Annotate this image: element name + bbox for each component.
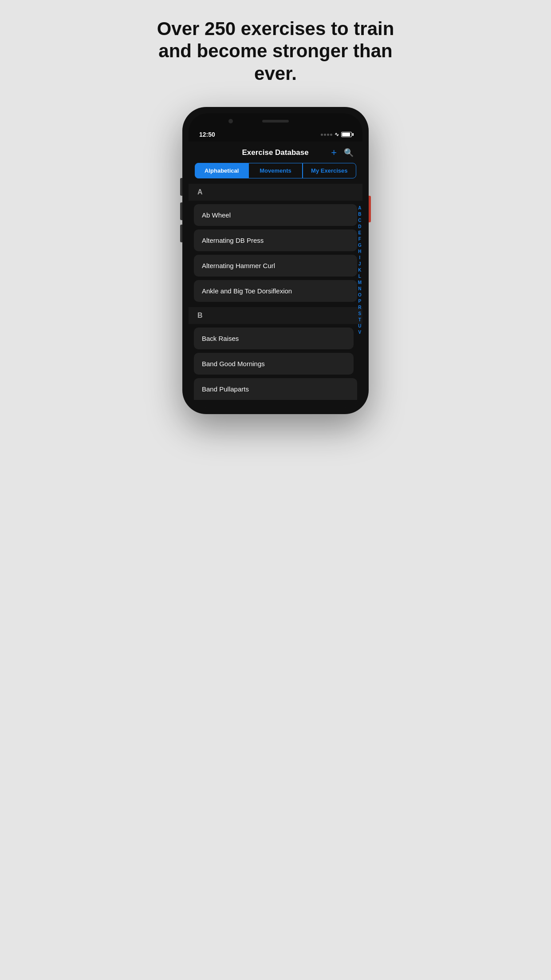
section-header-a: A: [189, 184, 362, 201]
alpha-g[interactable]: G: [358, 242, 362, 248]
app-header: Exercise Database + 🔍: [189, 142, 362, 163]
alpha-m[interactable]: M: [358, 280, 362, 285]
alpha-l[interactable]: L: [358, 273, 361, 279]
search-button[interactable]: 🔍: [344, 148, 354, 158]
alpha-j[interactable]: J: [358, 261, 361, 267]
alpha-b[interactable]: B: [358, 211, 361, 217]
alpha-index: A B C D E F G H I J K L M N O: [358, 201, 362, 335]
alpha-k[interactable]: K: [358, 267, 361, 273]
alpha-t[interactable]: T: [358, 317, 361, 323]
header-icons: + 🔍: [331, 147, 354, 158]
status-right-icons: ∿: [321, 131, 352, 138]
exercise-item-alt-hammer[interactable]: Alternating Hammer Curl: [194, 255, 357, 277]
signal-dot-1: [321, 134, 323, 136]
exercise-item-band-pullaparts[interactable]: Band Pullaparts: [194, 378, 357, 400]
status-time: 12:50: [199, 131, 215, 138]
tab-alphabetical[interactable]: Alphabetical: [195, 163, 248, 178]
phone-shell: 12:50 ∿: [182, 107, 369, 414]
status-bar: 12:50 ∿: [189, 129, 362, 142]
signal-dot-4: [330, 134, 332, 136]
exercise-item-back-raises[interactable]: Back Raises: [194, 328, 354, 349]
exercise-item-band-good-mornings[interactable]: Band Good Mornings: [194, 353, 354, 375]
speaker: [262, 120, 289, 122]
alpha-c[interactable]: C: [358, 217, 361, 223]
tab-my-exercises[interactable]: My Exercises: [303, 163, 356, 178]
tabs-row: Alphabetical Movements My Exercises: [189, 163, 362, 184]
signal-dot-3: [327, 134, 329, 136]
section-b: B Back Raises Band Good Mornings: [189, 307, 362, 378]
wifi-icon: ∿: [335, 131, 339, 138]
alpha-a[interactable]: A: [358, 205, 361, 211]
section-header-b: B: [189, 307, 362, 324]
add-button[interactable]: +: [331, 147, 337, 158]
tab-movements[interactable]: Movements: [248, 163, 302, 178]
alpha-f[interactable]: F: [358, 236, 361, 242]
exercise-item-alt-db[interactable]: Alternating DB Press: [194, 229, 357, 251]
headline: Over 250 exercises to train and become s…: [156, 18, 395, 85]
alpha-s[interactable]: S: [358, 311, 361, 316]
alpha-r[interactable]: R: [358, 304, 361, 310]
battery-fill: [342, 133, 350, 136]
signal-dot-2: [324, 134, 326, 136]
alpha-i[interactable]: I: [359, 255, 360, 261]
camera: [228, 119, 233, 123]
alpha-d[interactable]: D: [358, 224, 361, 229]
exercise-item-ankle[interactable]: Ankle and Big Toe Dorsiflexion: [194, 280, 357, 302]
alpha-e[interactable]: E: [358, 230, 361, 236]
alpha-p[interactable]: P: [358, 298, 361, 304]
notch: [189, 113, 362, 129]
page-wrapper: Over 250 exercises to train and become s…: [138, 0, 413, 441]
alpha-n[interactable]: N: [358, 286, 361, 292]
battery-icon: [341, 132, 352, 137]
app-title: Exercise Database: [220, 148, 331, 157]
exercise-item-ab-wheel[interactable]: Ab Wheel: [194, 204, 357, 226]
exercise-list-a: Ab Wheel Alternating DB Press Alternatin…: [189, 201, 362, 305]
phone-screen: 12:50 ∿: [189, 113, 362, 408]
exercise-list-b: Back Raises Band Good Mornings: [189, 324, 362, 378]
app-content: Exercise Database + 🔍 Alphabetical Movem…: [189, 142, 362, 408]
alpha-h[interactable]: H: [358, 249, 361, 254]
signal-dots: [321, 134, 332, 136]
alpha-o[interactable]: O: [358, 292, 362, 298]
